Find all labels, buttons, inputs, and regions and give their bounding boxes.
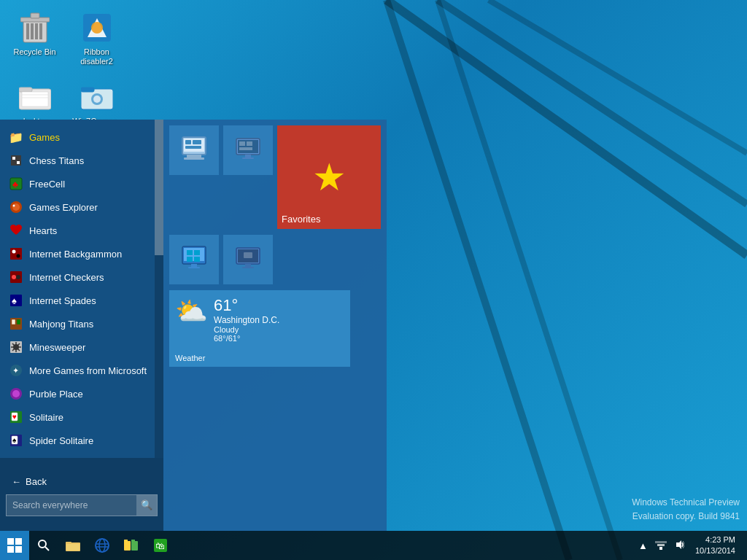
- program-item-hearts[interactable]: Hearts: [0, 219, 163, 242]
- windows-logo-quad-1: [7, 538, 14, 545]
- tray-network-icon[interactable]: [653, 538, 669, 553]
- games-explorer-label: Games Explorer: [29, 202, 98, 213]
- taskbar-store-button[interactable]: 🛍: [146, 531, 175, 560]
- scrollbar-thumb[interactable]: [155, 120, 163, 255]
- tile-windows-icon: [181, 245, 207, 274]
- svg-point-91: [96, 539, 109, 552]
- program-item-freecell[interactable]: ♣ FreeCell: [0, 172, 163, 195]
- program-item-internet-backgammon[interactable]: Internet Backgammon: [0, 242, 163, 265]
- svg-marker-104: [676, 540, 681, 549]
- search-submit-button[interactable]: 🔍: [136, 495, 157, 516]
- svg-rect-96: [124, 540, 128, 542]
- svg-point-86: [39, 540, 46, 548]
- desktop-icon-recycle-bin[interactable]: Recycle Bin: [7, 7, 62, 69]
- svg-rect-17: [22, 92, 48, 106]
- taskbar-ie-button[interactable]: [88, 531, 117, 560]
- svg-point-23: [93, 96, 101, 103]
- svg-line-4: [438, 0, 620, 560]
- tile-screen2[interactable]: [223, 235, 273, 284]
- audio-icon: [674, 540, 684, 550]
- solitaire-label: Solitaire: [29, 412, 63, 423]
- tile-monitor-icon: [235, 136, 261, 165]
- windows-logo-quad-4: [15, 546, 22, 553]
- purble-place-icon: [9, 386, 23, 401]
- desktop-icon-ribbon-disabler[interactable]: Ribbon disabler2: [69, 7, 124, 69]
- program-item-games-folder[interactable]: 📁 Games: [0, 125, 163, 149]
- program-item-more-games[interactable]: ✦ More Games from Microsoft: [0, 359, 163, 382]
- taskbar-file-manager-button[interactable]: [117, 531, 146, 560]
- svg-point-14: [91, 22, 103, 34]
- svg-rect-98: [131, 540, 135, 542]
- watermark-line1: Windows Technical Preview: [632, 496, 740, 510]
- svg-rect-42: [17, 319, 20, 324]
- more-games-icon: ✦: [9, 363, 23, 378]
- weather-tile-label: Weather: [175, 354, 205, 362]
- back-arrow-icon: ←: [12, 476, 21, 487]
- taskbar-explorer-button[interactable]: [58, 531, 88, 560]
- svg-text:♣: ♣: [12, 179, 18, 190]
- program-item-spider-solitaire[interactable]: ♠ Spider Solitaire: [0, 429, 163, 452]
- weather-temperature: 61°: [214, 296, 279, 315]
- program-item-games-explorer[interactable]: Games Explorer: [0, 195, 163, 219]
- program-item-purble-place[interactable]: Purble Place: [0, 382, 163, 405]
- program-item-mahjong-titans[interactable]: Mahjong Titans: [0, 312, 163, 335]
- win7games-icon: [80, 79, 115, 114]
- programs-scrollbar[interactable]: [155, 120, 163, 458]
- taskbar-search-button[interactable]: [29, 531, 58, 560]
- tile-desktop-settings[interactable]: [169, 125, 219, 175]
- weather-content: ⛅ 61° Washington D.C. Cloudy 68°/61°: [175, 296, 344, 343]
- program-item-solitaire[interactable]: ♥ Solitaire: [0, 405, 163, 429]
- internet-checkers-icon: [9, 270, 23, 284]
- svg-text:✦: ✦: [12, 366, 19, 375]
- hearts-icon: [9, 223, 23, 238]
- svg-rect-76: [194, 250, 200, 255]
- start-menu-left-panel: 📁 Games Chess Titans: [0, 120, 163, 531]
- svg-rect-7: [31, 23, 34, 39]
- svg-point-37: [16, 275, 20, 279]
- svg-rect-60: [187, 155, 201, 158]
- start-menu: 📁 Games Chess Titans: [0, 120, 387, 531]
- mahjong-titans-label: Mahjong Titans: [29, 319, 93, 330]
- back-button[interactable]: ← Back: [6, 473, 158, 490]
- ribbon-disabler-icon: [80, 10, 115, 45]
- tray-expand-icon[interactable]: ▲: [636, 539, 650, 553]
- search-input[interactable]: [7, 497, 136, 513]
- svg-rect-79: [191, 264, 197, 267]
- svg-text:♥: ♥: [12, 413, 17, 421]
- taskbar-file-manager-icon: [124, 539, 139, 552]
- hearts-label: Hearts: [29, 225, 57, 236]
- program-item-minesweeper[interactable]: Minesweeper: [0, 335, 163, 359]
- svg-rect-90: [66, 544, 80, 551]
- start-menu-right-panel: ★ Favorites: [163, 120, 387, 531]
- program-item-internet-checkers[interactable]: Internet Checkers: [0, 265, 163, 289]
- windows-logo-quad-2: [15, 538, 22, 545]
- tray-audio-icon[interactable]: [672, 538, 686, 553]
- system-clock[interactable]: 4:23 PM 10/13/2014: [689, 533, 741, 559]
- svg-rect-32: [10, 248, 22, 260]
- svg-rect-80: [188, 267, 200, 268]
- clock-time: 4:23 PM: [695, 534, 735, 545]
- tile-windows-logo[interactable]: [169, 235, 219, 284]
- svg-line-2: [489, 0, 747, 153]
- svg-point-34: [17, 254, 20, 258]
- tile-favorites[interactable]: ★ Favorites: [277, 125, 381, 229]
- svg-rect-9: [39, 23, 42, 39]
- tile-monitor[interactable]: [223, 125, 273, 175]
- tiles-top-row: ★ Favorites: [169, 125, 381, 229]
- taskbar-ie-icon: [95, 538, 109, 553]
- weather-tile[interactable]: ⛅ 61° Washington D.C. Cloudy 68°/61° Wea…: [169, 290, 350, 367]
- svg-rect-70: [239, 141, 245, 146]
- svg-rect-75: [187, 250, 193, 255]
- program-item-chess-titans[interactable]: Chess Titans: [0, 149, 163, 172]
- svg-rect-6: [26, 23, 29, 39]
- internet-checkers-label: Internet Checkers: [29, 272, 104, 283]
- start-button[interactable]: [0, 531, 29, 560]
- favorites-star-icon: ★: [312, 155, 347, 199]
- minesweeper-icon: [9, 340, 23, 354]
- svg-rect-67: [245, 155, 251, 158]
- svg-text:🛍: 🛍: [155, 540, 165, 551]
- taskbar-left: 🛍: [0, 531, 175, 560]
- svg-point-30: [12, 203, 20, 211]
- games-explorer-icon: [9, 200, 23, 214]
- program-item-internet-spades[interactable]: ♠ Internet Spades: [0, 289, 163, 312]
